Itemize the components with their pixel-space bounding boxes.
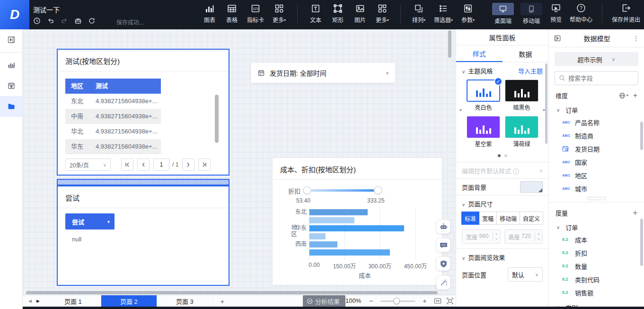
bar[interactable]	[309, 241, 337, 247]
import-theme-link[interactable]: 导入主题	[518, 66, 543, 75]
edit-default-style-row[interactable]: 编辑控件默认样式? >	[456, 162, 548, 178]
save-exit-button[interactable]: 保存并退出	[612, 3, 640, 23]
panel-collapse-icon[interactable]	[554, 35, 561, 42]
comment-button[interactable]	[436, 238, 450, 252]
attempt-widget[interactable]: 尝试 尝试 ▾ null	[57, 185, 229, 286]
table-row[interactable]: 东北4.9382715604938e+...	[65, 94, 161, 109]
zoom-in-icon[interactable]: +	[423, 297, 427, 305]
add-field-icon[interactable]: +	[633, 209, 637, 217]
sidebar-item-charts[interactable]	[0, 54, 23, 75]
tabs-scroll-right-icon[interactable]: ▶	[36, 299, 40, 303]
app-logo-icon[interactable]: D	[0, 0, 29, 29]
field-item[interactable]: ABC产品名称	[549, 115, 644, 129]
slider-handle-min[interactable]	[303, 186, 311, 194]
size-option-mobile[interactable]: 移动端	[496, 212, 520, 225]
tab-data[interactable]: 数据	[503, 45, 549, 62]
date-filter-widget[interactable]: 发货日期: 全部时间 ▾	[251, 63, 395, 83]
table-scrollbar[interactable]	[215, 95, 219, 143]
undo-icon[interactable]	[47, 17, 54, 25]
table-row[interactable]: 中南4.9382715604938e+...	[65, 109, 161, 124]
tool-filter-button[interactable]: 筛选器▾	[434, 3, 453, 24]
page-size-select[interactable]: 20条/页 ∨	[65, 159, 111, 171]
first-page-button[interactable]	[121, 159, 133, 171]
tab-style[interactable]: 样式	[456, 45, 503, 62]
field-item[interactable]: 0.2折扣	[549, 246, 644, 259]
panel-scrollbar[interactable]	[545, 63, 547, 144]
size-option-standard[interactable]: 标准	[461, 212, 479, 225]
selection-strip[interactable]	[57, 179, 229, 185]
panel-scrollbar[interactable]	[640, 122, 643, 150]
field-search-input[interactable]	[568, 75, 630, 82]
tool-rectangle-button[interactable]: 矩形	[331, 3, 345, 24]
discount-range-slider[interactable]	[307, 189, 378, 192]
device-toggle-mobile[interactable]: 移动端	[520, 3, 542, 25]
tool-params-button[interactable]: 参数▾	[461, 3, 475, 24]
field-item[interactable]: 0.2销售额	[549, 286, 644, 299]
design-canvas[interactable]: 测试(按地区划分) 地区 测试 东北4.9382715604938e+... 中…	[23, 29, 456, 295]
prev-page-button[interactable]	[137, 159, 150, 171]
magic-wand-button[interactable]	[436, 275, 450, 290]
tool-table-button[interactable]: 表格	[225, 3, 239, 24]
dimension-group[interactable]: ∨ 订单	[549, 102, 644, 115]
analyze-result-button[interactable]: 分析结果	[303, 295, 345, 307]
field-item[interactable]: ABC城市	[549, 182, 644, 195]
tool-chart-button[interactable]: 图表	[203, 3, 217, 24]
page-background-swatch[interactable]	[520, 181, 543, 193]
field-item[interactable]: ABC地区	[549, 168, 644, 182]
field-item[interactable]: 0.2成本	[549, 233, 644, 246]
field-item[interactable]: 发货日期	[549, 142, 644, 155]
page-tab-2-active[interactable]: 页面 2	[101, 295, 157, 307]
canvas-horizontal-scrollbar[interactable]	[26, 291, 438, 294]
bar[interactable]	[309, 225, 404, 231]
sidebar-item-calendar[interactable]	[0, 75, 23, 96]
table-row[interactable]: 华北4.9382715604938e+...	[65, 124, 161, 139]
refresh-icon[interactable]	[88, 17, 96, 25]
theme-option-mint[interactable]: 薄荷绿	[505, 116, 538, 150]
attempt-dropdown-button[interactable]: 尝试 ▾	[65, 213, 115, 230]
next-page-button[interactable]	[182, 159, 194, 171]
help-center-button[interactable]: ? 帮助中心	[570, 3, 592, 23]
toolbox-icon[interactable]	[74, 17, 82, 25]
zoom-out-icon[interactable]: −	[369, 297, 373, 305]
table-row[interactable]: 华东4.9382715604938e+...	[65, 139, 161, 154]
collapse-panel-button[interactable]	[0, 29, 23, 50]
page-number-input[interactable]	[153, 159, 169, 171]
size-option-custom[interactable]: 自定义	[520, 212, 543, 225]
preview-button[interactable]: 预览	[549, 3, 563, 23]
ai-assistant-button[interactable]	[436, 220, 450, 234]
bar[interactable]	[309, 217, 354, 223]
bar[interactable]	[309, 233, 326, 239]
field-search-box[interactable]	[555, 71, 638, 85]
tool-more-media-button[interactable]: 更多▾	[375, 3, 389, 24]
dataset-select[interactable]: 超市示例 ∨	[555, 52, 638, 66]
tabs-scroll-left-icon[interactable]: ◀	[28, 299, 32, 303]
sidebar-item-resources[interactable]	[0, 96, 23, 117]
field-item[interactable]: ABC国家	[549, 155, 644, 168]
size-option-wide[interactable]: 宽幅	[479, 212, 497, 225]
height-stepper[interactable]: 高度720 ∧∨	[504, 230, 543, 244]
fit-screen-icon[interactable]	[446, 297, 454, 305]
tool-text-button[interactable]: 文本	[309, 3, 323, 24]
page-position-select[interactable]: 默认 ∨	[508, 267, 543, 282]
canvas-vertical-scrollbar[interactable]	[448, 30, 451, 58]
tool-arrange-button[interactable]: 排列▾	[412, 3, 426, 24]
shield-add-button[interactable]	[436, 256, 450, 271]
page-tab-1[interactable]: 页面 1	[45, 295, 101, 307]
history-icon[interactable]	[33, 17, 41, 25]
page-tab-3[interactable]: 页面 3	[157, 295, 213, 307]
tool-image-button[interactable]: 图片	[353, 3, 367, 24]
theme-option-dark[interactable]: 暗黑色	[505, 79, 538, 114]
kebab-menu-icon[interactable]: ⋮	[633, 35, 639, 42]
theme-option-purple[interactable]: 星空紫	[467, 116, 500, 150]
carousel-dots[interactable]	[456, 152, 548, 162]
bar[interactable]	[309, 249, 390, 256]
width-stepper[interactable]: 宽度960 ∧∨	[462, 230, 501, 244]
bar[interactable]	[309, 209, 368, 215]
field-item[interactable]: 0.2类别代码	[549, 273, 644, 286]
table-widget[interactable]: 测试(按地区划分) 地区 测试 东北4.9382715604938e+... 中…	[57, 49, 229, 176]
redo-icon[interactable]	[61, 17, 68, 25]
device-toggle-desktop[interactable]: 桌面端	[492, 3, 514, 25]
globe-icon[interactable]: ▾	[619, 92, 628, 99]
panel-scrollbar[interactable]	[640, 219, 643, 266]
field-item[interactable]: 0.2数量	[549, 259, 644, 273]
